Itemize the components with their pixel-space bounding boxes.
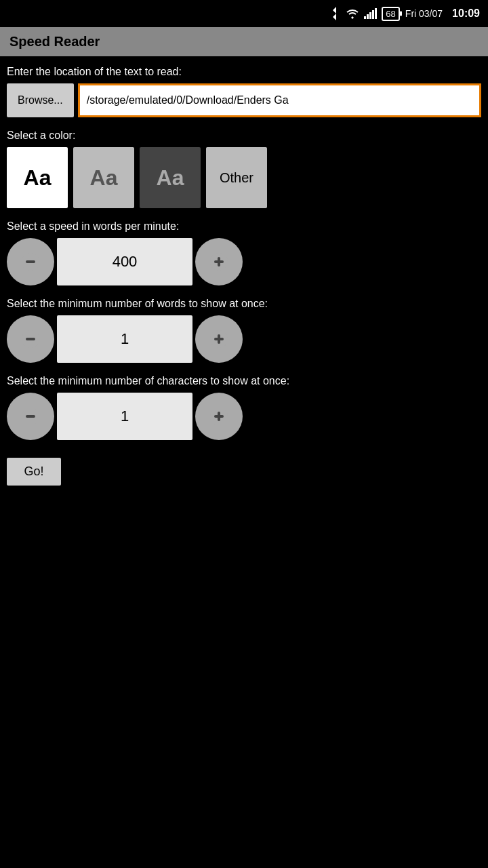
words-section: Select the minimum number of words to sh… — [7, 298, 481, 363]
page-title: Speed Reader — [9, 34, 479, 50]
main-content: Enter the location of the text to read: … — [0, 56, 488, 495]
go-button[interactable]: Go! — [7, 458, 61, 486]
plus-icon-2 — [209, 330, 228, 349]
speed-label: Select a speed in words per minute: — [7, 220, 481, 233]
color-section: Select a color: Aa Aa Aa Other — [7, 130, 481, 208]
browse-button[interactable]: Browse... — [7, 83, 74, 117]
signal-icon — [364, 8, 378, 19]
minus-icon — [21, 252, 40, 271]
speed-minus-button[interactable] — [7, 238, 54, 285]
speed-value-input[interactable] — [57, 238, 192, 285]
title-bar: Speed Reader — [0, 27, 488, 56]
words-control-row — [7, 315, 481, 363]
svg-rect-1 — [367, 14, 369, 19]
status-date: Fri 03/07 — [405, 8, 443, 19]
svg-rect-6 — [26, 260, 35, 263]
color-option-dark[interactable]: Aa — [140, 147, 201, 208]
words-minus-button[interactable] — [7, 315, 54, 363]
svg-rect-11 — [26, 338, 35, 340]
svg-rect-0 — [364, 16, 366, 19]
color-option-light[interactable]: Aa — [7, 147, 68, 208]
words-label: Select the minimum number of words to sh… — [7, 298, 481, 310]
chars-plus-button[interactable] — [195, 393, 243, 440]
minus-icon-3 — [21, 407, 40, 426]
file-path-input[interactable] — [78, 83, 481, 117]
svg-rect-2 — [369, 12, 371, 19]
speed-plus-button[interactable] — [195, 238, 243, 285]
file-location-label: Enter the location of the text to read: — [7, 66, 481, 78]
chars-control-row — [7, 393, 481, 440]
chars-value-input[interactable] — [57, 393, 192, 440]
words-value-input[interactable] — [57, 315, 192, 363]
bluetooth-icon — [331, 7, 341, 20]
svg-rect-9 — [218, 257, 220, 267]
speed-control-row — [7, 238, 481, 285]
svg-rect-16 — [26, 415, 35, 418]
color-label: Select a color: — [7, 130, 481, 142]
color-options: Aa Aa Aa Other — [7, 147, 481, 208]
wifi-icon — [345, 8, 360, 19]
svg-rect-4 — [375, 8, 377, 19]
svg-rect-14 — [218, 334, 220, 344]
chars-minus-button[interactable] — [7, 393, 54, 440]
color-option-other[interactable]: Other — [206, 147, 267, 208]
status-bar: 68 Fri 03/07 10:09 — [0, 0, 488, 27]
svg-rect-19 — [218, 412, 220, 421]
svg-rect-3 — [372, 10, 374, 19]
file-row: Browse... — [7, 83, 481, 117]
status-icons: 68 — [331, 7, 399, 21]
words-plus-button[interactable] — [195, 315, 243, 363]
plus-icon — [209, 252, 228, 271]
minus-icon-2 — [21, 330, 40, 349]
status-time: 10:09 — [452, 7, 480, 20]
chars-label: Select the minimum number of characters … — [7, 375, 481, 387]
speed-section: Select a speed in words per minute: — [7, 220, 481, 285]
plus-icon-3 — [209, 407, 228, 426]
battery-indicator: 68 — [382, 7, 399, 21]
color-option-medium[interactable]: Aa — [73, 147, 134, 208]
chars-section: Select the minimum number of characters … — [7, 375, 481, 440]
